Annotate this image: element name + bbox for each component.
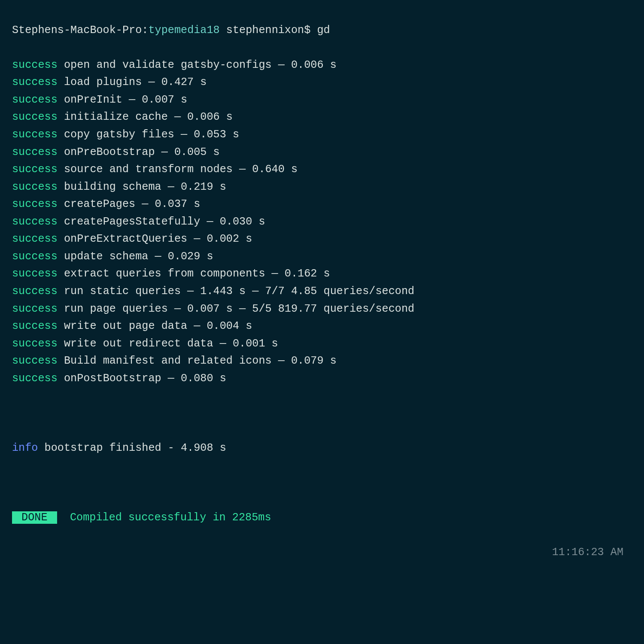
- success-label: success: [12, 233, 58, 245]
- success-label: success: [12, 303, 58, 315]
- step-msg: building schema — 0.219 s: [64, 181, 226, 193]
- success-line: success source and transform nodes — 0.6…: [12, 161, 632, 179]
- info-line: info bootstrap finished - 4.908 s: [12, 440, 632, 457]
- step-msg: write out page data — 0.004 s: [64, 320, 252, 332]
- success-line: success run static queries — 1.443 s — 7…: [12, 283, 632, 301]
- success-line: success run page queries — 0.007 s — 5/5…: [12, 301, 632, 318]
- success-label: success: [12, 111, 58, 123]
- success-label: success: [12, 128, 58, 141]
- success-line: success onPostBootstrap — 0.080 s: [12, 370, 632, 388]
- success-label: success: [12, 181, 58, 193]
- success-line: success createPagesStatefully — 0.030 s: [12, 213, 632, 231]
- success-label: success: [12, 198, 58, 210]
- step-msg: initialize cache — 0.006 s: [64, 111, 233, 123]
- step-msg: write out redirect data — 0.001 s: [64, 337, 278, 350]
- done-badge: DONE: [12, 511, 57, 524]
- blank-line: [12, 614, 632, 632]
- success-line: success building schema — 0.219 s: [12, 179, 632, 196]
- step-msg: onPreInit — 0.007 s: [64, 94, 187, 106]
- success-line: success createPages — 0.037 s: [12, 196, 632, 213]
- success-line: success onPreBootstrap — 0.005 s: [12, 144, 632, 161]
- success-label: success: [12, 250, 58, 263]
- step-msg: run page queries — 0.007 s — 5/5 819.77 …: [64, 303, 414, 315]
- prompt-dir: typemedia18: [148, 24, 219, 36]
- blank-line: [12, 579, 632, 597]
- success-line: success Build manifest and related icons…: [12, 352, 632, 370]
- success-line: success write out page data — 0.004 s: [12, 318, 632, 335]
- success-label: success: [12, 355, 58, 367]
- prompt-user: stephennixon: [226, 24, 304, 36]
- prompt-line: Stephens-MacBook-Pro:typemedia18 stephen…: [12, 22, 632, 39]
- success-label: success: [12, 285, 58, 298]
- compiled-msg: Compiled successfully in 2285ms: [70, 511, 271, 524]
- success-label: success: [12, 163, 58, 176]
- step-msg: onPostBootstrap — 0.080 s: [64, 372, 226, 385]
- step-msg: createPages — 0.037 s: [64, 198, 200, 210]
- blank-line: [12, 474, 632, 492]
- terminal-output[interactable]: Stephens-MacBook-Pro:typemedia18 stephen…: [0, 0, 644, 644]
- success-line: success extract queries from components …: [12, 265, 632, 283]
- success-label: success: [12, 146, 58, 158]
- success-line: success onPreExtractQueries — 0.002 s: [12, 231, 632, 248]
- command: gd: [317, 24, 330, 36]
- step-msg: onPreExtractQueries — 0.002 s: [64, 233, 252, 245]
- success-line: success onPreInit — 0.007 s: [12, 91, 632, 109]
- step-msg: run static queries — 1.443 s — 7/7 4.85 …: [64, 285, 414, 298]
- success-label: success: [12, 320, 58, 332]
- success-line: success write out redirect data — 0.001 …: [12, 335, 632, 353]
- timestamp: 11:16:23 AM: [12, 544, 632, 562]
- blank-line: [12, 405, 632, 422]
- prompt-host: Stephens-MacBook-Pro: [12, 24, 142, 36]
- done-line: DONE Compiled successfully in 2285ms: [12, 509, 632, 527]
- step-msg: Build manifest and related icons — 0.079…: [64, 355, 337, 367]
- info-label: info: [12, 442, 38, 454]
- step-msg: copy gatsby files — 0.053 s: [64, 128, 239, 141]
- success-label: success: [12, 216, 58, 228]
- step-msg: update schema — 0.029 s: [64, 250, 213, 263]
- prompt-symbol: $: [304, 24, 310, 36]
- success-label: success: [12, 76, 58, 88]
- success-label: success: [12, 59, 58, 71]
- success-line: success load plugins — 0.427 s: [12, 74, 632, 91]
- success-label: success: [12, 372, 58, 385]
- success-line: success copy gatsby files — 0.053 s: [12, 126, 632, 144]
- success-line: success update schema — 0.029 s: [12, 248, 632, 266]
- step-msg: open and validate gatsby-configs — 0.006…: [64, 59, 337, 71]
- step-msg: onPreBootstrap — 0.005 s: [64, 146, 220, 158]
- step-msg: load plugins — 0.427 s: [64, 76, 207, 88]
- success-line: success initialize cache — 0.006 s: [12, 109, 632, 126]
- success-label: success: [12, 267, 58, 280]
- success-label: success: [12, 94, 58, 106]
- step-msg: extract queries from components — 0.162 …: [64, 267, 330, 280]
- info-msg: bootstrap finished - 4.908 s: [45, 442, 226, 454]
- step-msg: source and transform nodes — 0.640 s: [64, 163, 298, 176]
- success-line: success open and validate gatsby-configs…: [12, 57, 632, 74]
- success-label: success: [12, 337, 58, 350]
- step-msg: createPagesStatefully — 0.030 s: [64, 216, 265, 228]
